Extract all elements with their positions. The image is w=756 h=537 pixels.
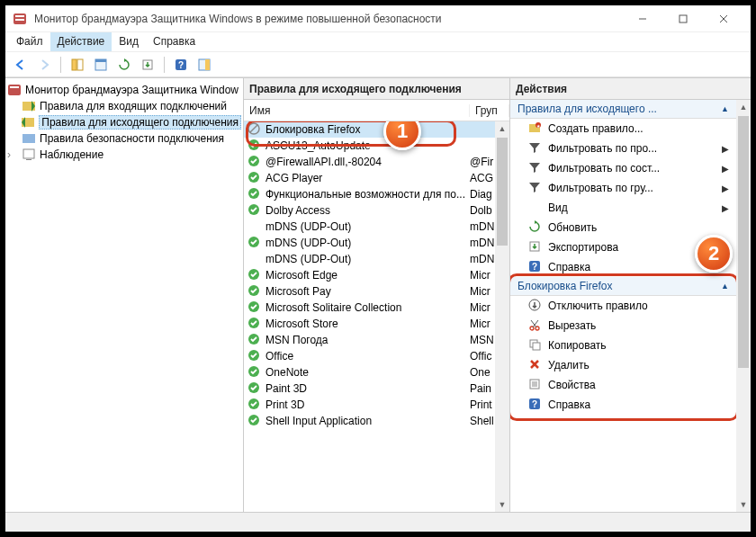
- rule-status-icon: [248, 236, 262, 250]
- submenu-arrow-icon: ▶: [722, 183, 729, 193]
- rule-row[interactable]: OneNoteOne: [244, 364, 509, 380]
- rules-column-header: Имя Груп: [244, 100, 509, 121]
- menu-view[interactable]: Вид: [112, 32, 146, 51]
- menu-action[interactable]: Действие: [50, 32, 112, 51]
- close-button[interactable]: [703, 6, 743, 31]
- col-name[interactable]: Имя: [244, 104, 470, 117]
- rule-row[interactable]: ASCU13_AutoUpdate: [244, 138, 509, 154]
- submenu-arrow-icon: ▶: [722, 203, 729, 213]
- rule-row[interactable]: @FirewallAPI.dll,-80204@Fir: [244, 154, 509, 170]
- rule-row[interactable]: Microsoft PayMicr: [244, 283, 509, 300]
- action-item[interactable]: Вырезать: [510, 316, 736, 336]
- copy-icon: [528, 338, 543, 353]
- rule-name: mDNS (UDP-Out): [266, 253, 470, 265]
- menu-help[interactable]: Справка: [146, 32, 202, 51]
- rule-row[interactable]: Microsoft Solitaire CollectionMicr: [244, 300, 509, 316]
- action-label: Копировать: [548, 339, 607, 352]
- actions-scrollbar[interactable]: ▲▼: [736, 100, 751, 512]
- toolbar: ?: [5, 52, 751, 77]
- export-button[interactable]: [138, 55, 158, 75]
- rule-row[interactable]: ACG PlayerACG: [244, 170, 509, 186]
- action-item[interactable]: Отключить правило: [510, 296, 736, 316]
- rule-status-icon: [248, 333, 262, 347]
- rule-name: @FirewallAPI.dll,-80204: [266, 156, 470, 168]
- action-pane-button[interactable]: [194, 55, 214, 75]
- action-label: Обновить: [548, 221, 597, 234]
- show-hide-tree-button[interactable]: [68, 55, 87, 75]
- forward-button[interactable]: [34, 55, 54, 75]
- action-label: Вырезать: [548, 319, 596, 332]
- rule-row[interactable]: Paint 3DPain: [244, 380, 509, 397]
- svg-rect-2: [15, 19, 24, 21]
- action-label: Фильтровать по про...: [548, 142, 657, 155]
- rule-name: OneNote: [266, 366, 470, 379]
- minimize-button[interactable]: [622, 6, 662, 31]
- svg-rect-20: [22, 134, 35, 143]
- rule-row[interactable]: MSN ПогодаMSN: [244, 332, 509, 348]
- action-item[interactable]: Удалить: [510, 355, 736, 375]
- tree-consec[interactable]: Правила безопасности подключения: [7, 130, 241, 147]
- properties-button[interactable]: [91, 55, 111, 75]
- rule-row[interactable]: OfficeOffic: [244, 348, 509, 364]
- action-label: Создать правило...: [548, 122, 644, 135]
- rule-status-icon: [248, 365, 262, 380]
- maximize-button[interactable]: [662, 6, 703, 31]
- refresh-button[interactable]: [114, 55, 134, 75]
- svg-text:?: ?: [178, 60, 184, 70]
- submenu-arrow-icon: ▶: [722, 164, 729, 174]
- action-label: Фильтровать по сост...: [548, 162, 660, 175]
- rule-name: Microsoft Store: [266, 318, 470, 330]
- action-label: Отключить правило: [548, 300, 648, 312]
- rule-row[interactable]: Print 3DPrint: [244, 397, 509, 413]
- rule-status-icon: [248, 155, 262, 169]
- actions-section1-title[interactable]: Правила для исходящего ...▲: [510, 100, 736, 119]
- action-item[interactable]: Свойства: [510, 375, 736, 395]
- action-item[interactable]: Фильтровать по сост...▶: [510, 158, 736, 178]
- rules-scrollbar[interactable]: ▲▼: [495, 121, 509, 512]
- menu-file[interactable]: Файл: [9, 32, 50, 51]
- rule-row[interactable]: Microsoft StoreMicr: [244, 316, 509, 332]
- action-label: Экспортирова: [548, 241, 618, 254]
- action-item[interactable]: Фильтровать по про...▶: [510, 139, 736, 158]
- action-item[interactable]: ★Создать правило...: [510, 119, 736, 139]
- action-item[interactable]: Копировать: [510, 336, 736, 355]
- action-item[interactable]: Вид▶: [510, 198, 736, 218]
- action-item[interactable]: Обновить: [510, 218, 736, 237]
- rule-row[interactable]: mDNS (UDP-Out)mDN: [244, 235, 509, 251]
- rule-row[interactable]: Shell Input ApplicationShell: [244, 413, 509, 429]
- rule-status-icon: [248, 317, 262, 331]
- back-button[interactable]: [11, 55, 31, 75]
- action-item[interactable]: ?Справка: [510, 395, 736, 415]
- rule-status-icon: [248, 349, 262, 363]
- rule-name: mDNS (UDP-Out): [266, 220, 470, 233]
- rule-name: Microsoft Edge: [266, 269, 470, 282]
- actions-section2-title[interactable]: Блокировка Firefox▲: [510, 277, 736, 296]
- rule-status-icon: [248, 284, 262, 299]
- rule-name: Блокировка Firefox: [266, 123, 470, 136]
- rule-name: Microsoft Solitaire Collection: [266, 301, 470, 314]
- rule-status-icon: [248, 268, 262, 282]
- tree-inbound[interactable]: Правила для входящих подключений: [7, 98, 241, 114]
- action-item[interactable]: Фильтровать по гру...▶: [510, 178, 736, 198]
- submenu-arrow-icon: ▶: [722, 144, 729, 154]
- none-icon: [528, 201, 543, 215]
- rule-row[interactable]: Dolby AccessDolb: [244, 202, 509, 219]
- rule-status-icon: [248, 187, 262, 201]
- rule-row[interactable]: Блокировка Firefox: [244, 121, 509, 138]
- rule-name: Office: [266, 350, 470, 362]
- rule-row[interactable]: Функциональные возможности для по...Diag: [244, 186, 509, 202]
- rule-name: Функциональные возможности для по...: [266, 188, 470, 201]
- svg-rect-16: [8, 85, 21, 95]
- filter-icon: [528, 141, 543, 156]
- help-button[interactable]: ?: [171, 55, 191, 75]
- tree-outbound[interactable]: Правила для исходящего подключения: [7, 114, 241, 130]
- col-group[interactable]: Груп: [470, 104, 509, 117]
- rule-row[interactable]: mDNS (UDP-Out)mDN: [244, 251, 509, 267]
- rule-row[interactable]: mDNS (UDP-Out)mDN: [244, 219, 509, 235]
- rule-status-icon: [248, 398, 262, 412]
- rule-name: Dolby Access: [266, 204, 470, 217]
- rule-row[interactable]: Microsoft EdgeMicr: [244, 267, 509, 283]
- rule-status-icon: [248, 252, 262, 266]
- tree-monitor[interactable]: ›Наблюдение: [7, 147, 241, 163]
- tree-root[interactable]: Монитор брандмауэра Защитника Window: [7, 82, 241, 98]
